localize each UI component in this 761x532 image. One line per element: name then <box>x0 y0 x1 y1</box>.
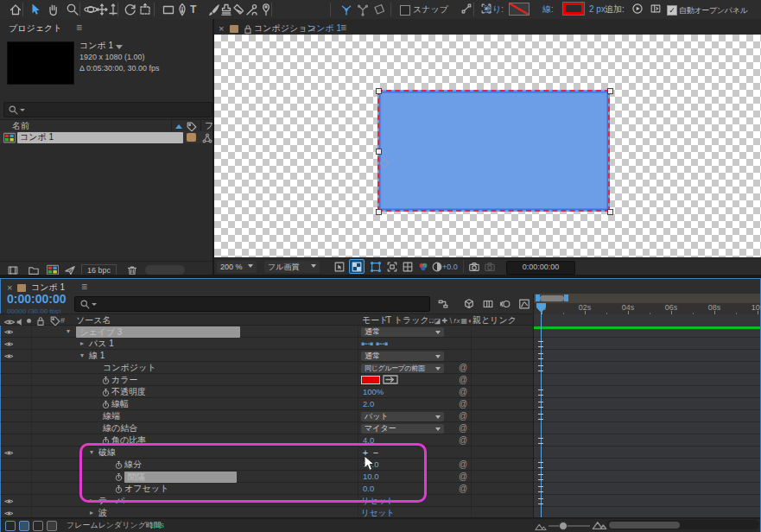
project-item-row[interactable]: コンポ 1 <box>0 131 212 143</box>
region-of-interest-icon[interactable] <box>386 261 398 273</box>
status-toggle-icon[interactable] <box>33 521 43 531</box>
rectangle-tool[interactable] <box>162 3 175 16</box>
exposure-value[interactable]: +0.0 <box>442 261 458 273</box>
mode-column[interactable]: モード <box>362 314 388 326</box>
search-options-icon[interactable] <box>20 109 25 111</box>
panel-menu-icon[interactable]: ≡ <box>81 281 87 293</box>
property-name[interactable]: パス 1 <box>89 338 114 350</box>
resolution-dropdown[interactable]: フル画質 <box>264 261 320 273</box>
stroke-label[interactable]: 線: <box>542 3 554 16</box>
eyedropper-icon[interactable] <box>383 375 398 384</box>
layer-visibility-toggle eye-icon[interactable] <box>4 509 14 518</box>
timeline-zoom-slider[interactable] <box>549 525 590 527</box>
layer-visibility-toggle eye-icon[interactable] <box>4 497 14 506</box>
layer-visibility-toggle eye-icon[interactable] <box>4 339 14 349</box>
stroke-width-value[interactable]: 2 px <box>589 3 606 16</box>
label-color-swatch[interactable] <box>187 133 196 142</box>
frame-blending-icon[interactable] <box>482 298 494 310</box>
draft-3d-icon[interactable] <box>463 298 475 310</box>
show-snapshot-icon[interactable] <box>484 261 496 273</box>
viewer-timecode[interactable]: 0:00:00:00 <box>506 261 575 275</box>
shape-rectangle[interactable] <box>377 90 610 212</box>
property-name[interactable]: 線の結合 <box>103 422 137 434</box>
property-name[interactable]: コンポジット <box>103 362 155 374</box>
roto-brush-tool[interactable] <box>245 3 259 16</box>
layer-visibility-toggle eye-icon[interactable] <box>4 352 14 361</box>
snap-option-icon[interactable] <box>460 3 472 15</box>
zoom-tool[interactable] <box>66 3 79 16</box>
home-tool[interactable] <box>9 3 22 16</box>
selection-handle[interactable] <box>376 149 382 155</box>
selection-tool active-tool[interactable] <box>28 3 41 16</box>
project-tab[interactable]: プロジェクト <box>9 22 61 35</box>
pickwhip-icon[interactable]: @ <box>459 471 467 483</box>
pen-tool[interactable] <box>175 3 189 16</box>
status-toggle-icon[interactable] <box>47 521 57 531</box>
property-name[interactable]: 線幅 <box>111 398 129 410</box>
path-direction-icon[interactable] <box>376 340 389 348</box>
auto-open-checkbox[interactable]: ✓ <box>667 5 677 16</box>
navigator-thumb[interactable] <box>540 295 564 301</box>
pickwhip-icon[interactable]: @ <box>459 422 467 434</box>
lock-icon[interactable] <box>242 23 254 35</box>
track-matte-column[interactable]: T トラック.. <box>386 314 434 326</box>
pan-behind-tool[interactable] <box>138 3 152 16</box>
zoom-slider-handle[interactable] <box>559 522 568 530</box>
type-tool[interactable]: T <box>190 3 196 16</box>
scrollbar-thumb[interactable] <box>609 522 680 529</box>
comp-mini-flowchart-icon[interactable] <box>437 298 449 310</box>
project-comp-name[interactable]: コンポ 1 <box>79 40 113 52</box>
property-name[interactable]: 波 <box>98 507 107 519</box>
twirl-open-icon[interactable]: ▾ <box>80 350 84 362</box>
reset-link[interactable]: リセット <box>361 507 395 519</box>
playhead-handle[interactable] <box>536 302 547 314</box>
graph-editor-icon[interactable] <box>518 298 530 310</box>
status-toggle-icon[interactable] <box>19 521 29 531</box>
timeline-search-input[interactable] <box>74 296 430 312</box>
panel-menu-icon[interactable]: ≡ <box>340 22 346 34</box>
snapshot-icon[interactable] <box>468 261 480 273</box>
property-name[interactable]: 線 1 <box>89 350 105 362</box>
pickwhip-icon[interactable]: @ <box>459 362 467 374</box>
time-navigator[interactable] <box>534 294 760 303</box>
fill-label[interactable]: 塗り: <box>484 3 504 16</box>
local-axis-mode[interactable] <box>339 3 353 16</box>
viewer-tab-comp-name[interactable]: コンポ 1 <box>308 22 341 35</box>
transparency-grid-toggle[interactable] <box>349 259 365 274</box>
panel-menu-icon[interactable]: ≡ <box>76 22 82 34</box>
path-direction-icon[interactable] <box>361 340 374 348</box>
property-value[interactable]: 2.0 <box>363 398 374 410</box>
channels-icon[interactable] <box>417 261 429 273</box>
view-axis-mode[interactable] <box>372 3 386 16</box>
time-ruler[interactable]: 0s02s04s06s08s10s <box>534 303 760 315</box>
column-name[interactable]: 名前 <box>12 120 29 132</box>
motion-blur-icon[interactable] <box>499 298 511 310</box>
property-name[interactable]: 不透明度 <box>111 386 146 398</box>
comp-name-dropdown-icon[interactable] <box>116 45 123 49</box>
stroke-swatch[interactable] <box>563 3 584 15</box>
fill-none-swatch[interactable] <box>510 3 529 15</box>
layer-visibility-toggle eye-icon[interactable] <box>4 327 14 337</box>
viewer-tab-label[interactable]: コンポジション <box>254 22 316 35</box>
pickwhip-icon[interactable]: @ <box>459 459 467 471</box>
rotation-tool[interactable] <box>124 3 137 16</box>
pickwhip-icon[interactable]: @ <box>459 410 467 422</box>
pickwhip-icon[interactable]: @ <box>459 374 467 386</box>
zoom-in-icon[interactable] <box>592 517 607 532</box>
exposure-icon[interactable] <box>431 261 443 273</box>
property-value[interactable]: 100% <box>363 386 384 398</box>
stopwatch-icon[interactable] <box>101 388 111 397</box>
stopwatch-icon[interactable] <box>101 376 111 385</box>
twirl-closed-icon[interactable]: ▸ <box>80 338 84 350</box>
twirl-open-icon[interactable]: ▾ <box>67 326 70 338</box>
pickwhip-icon[interactable]: @ <box>459 483 467 495</box>
zoom-out-icon[interactable] <box>535 521 547 532</box>
current-timecode[interactable]: 0:00:00:00 <box>7 293 67 305</box>
mask-visibility-icon[interactable] <box>370 261 382 273</box>
color-swatch[interactable] <box>361 376 380 384</box>
source-name-column[interactable]: ソース名 <box>76 314 111 326</box>
pickwhip-icon[interactable]: @ <box>459 398 467 410</box>
panel-toggle-icon[interactable] <box>650 3 662 15</box>
layer-visibility-toggle eye-icon[interactable] <box>4 448 14 458</box>
hand-tool[interactable] <box>47 3 60 16</box>
